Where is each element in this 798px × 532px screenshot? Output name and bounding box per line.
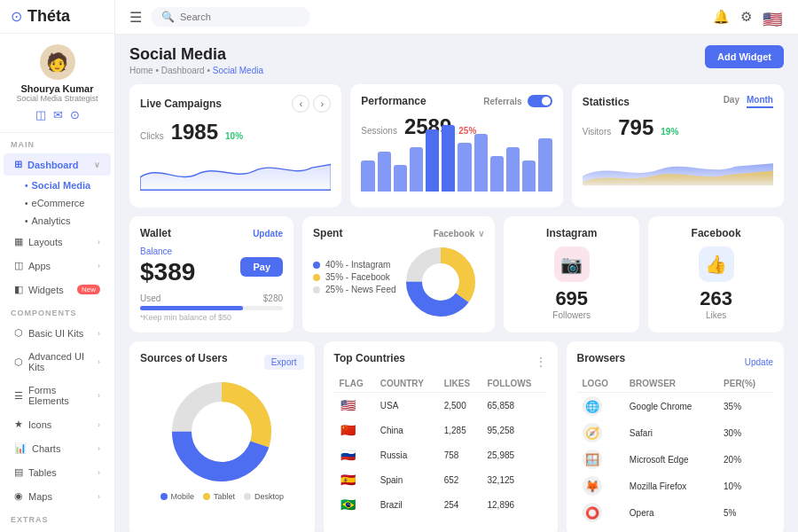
facebook-label: Likes	[659, 310, 773, 320]
tables-icon: ▤	[14, 466, 23, 478]
campaign-metric-label: Clicks	[140, 131, 164, 141]
pay-button[interactable]: Pay	[240, 257, 283, 277]
sidebar-item-maps[interactable]: ◉Maps ›	[4, 485, 111, 507]
flag-icon[interactable]: 🇺🇸	[763, 10, 784, 24]
performance-card: Performance Referrals Sessions 2589 25%	[350, 84, 562, 207]
page-title: Social Media	[129, 45, 263, 64]
flag-cell: 🇨🇳	[334, 418, 375, 442]
sidebar-item-tables[interactable]: ▤Tables ›	[4, 461, 111, 483]
browser-name-cell: Opera	[624, 499, 718, 526]
facebook-card: Facebook 👍 263 Likes	[648, 216, 784, 332]
next-button[interactable]: ›	[313, 95, 331, 113]
sidebar-item-basic-ui[interactable]: ⬡Basic UI Kits ›	[4, 322, 111, 344]
col-flag: FLAG	[334, 375, 375, 393]
statistics-card: Statistics Day Month Visitors 795 19%	[572, 84, 784, 207]
follows-cell: 12,896	[481, 492, 546, 517]
topbar: ☰ 🔍 🔔 ⚙ 🇺🇸	[115, 0, 798, 35]
sidebar-item-advanced-ui[interactable]: ⬡Advanced UI Kits ›	[4, 346, 111, 378]
sidebar-item-charts[interactable]: 📊Charts ›	[4, 437, 111, 459]
statistics-title: Statistics Day Month	[583, 95, 773, 108]
breadcrumb-dashboard[interactable]: Dashboard	[161, 66, 205, 75]
instagram-label: Followers	[514, 310, 629, 320]
card-nav: ‹ ›	[292, 95, 331, 113]
live-campaigns-title: Live Campaigns ‹ ›	[140, 95, 331, 113]
search-input[interactable]	[180, 12, 286, 22]
wallet-update[interactable]: Update	[253, 229, 283, 239]
browser-pct-cell: 10%	[718, 473, 773, 499]
tab-month[interactable]: Month	[747, 95, 773, 108]
settings-icon[interactable]: ⚙	[740, 9, 752, 25]
performance-title: Performance Referrals	[361, 95, 552, 107]
likes-cell: 254	[439, 492, 482, 517]
bell-icon[interactable]: 🔔	[713, 9, 730, 25]
sidebar-item-social-media[interactable]: Social Media	[0, 176, 114, 194]
sidebar-section-components: COMPONENTS	[0, 301, 114, 321]
sources-title: Sources of Users	[140, 352, 228, 364]
row-2: Wallet Update Balance $389 Pay Used $280	[129, 216, 784, 332]
sidebar: ⊙ Théta 🧑 Shourya Kumar Social Media Str…	[0, 0, 115, 532]
dropdown-icon[interactable]: ∨	[478, 229, 484, 239]
referrals-toggle[interactable]	[528, 95, 552, 107]
tab-day[interactable]: Day	[724, 95, 739, 108]
bar-9	[506, 147, 520, 192]
sources-donut	[168, 379, 275, 485]
sidebar-item-ecommerce[interactable]: eCommerce	[0, 194, 114, 212]
visitors-label: Visitors	[583, 127, 612, 137]
browser-name-cell: Safari	[624, 419, 718, 446]
browser-name-cell: Mozilla Firefox	[624, 473, 718, 499]
chevron-icon: ›	[98, 420, 100, 429]
countries-table: FLAG COUNTRY LIKES FOLLOWS 🇺🇸 USA 2,500 …	[334, 375, 547, 517]
chevron-icon: ›	[98, 391, 100, 400]
bar-1	[378, 152, 391, 192]
sidebar-item-apps[interactable]: ◫Apps ›	[4, 254, 111, 277]
user-icon-2[interactable]: ✉	[53, 108, 63, 121]
table-row: 🇷🇺 Russia 758 25,985	[334, 442, 547, 467]
user-icon-3[interactable]: ⊙	[70, 108, 80, 121]
sidebar-header: ⊙ Théta	[0, 0, 114, 34]
page-header: Social Media Home • Dashboard • Social M…	[129, 45, 784, 75]
topbar-right: 🔔 ⚙ 🇺🇸	[713, 9, 784, 25]
browsers-update[interactable]: Update	[745, 357, 773, 367]
prev-button[interactable]: ‹	[292, 95, 309, 113]
table-row: 🇺🇸 USA 2,500 65,858	[334, 393, 547, 419]
min-balance-note: *Keep min balance of $50	[140, 313, 283, 322]
sidebar-item-dashboard[interactable]: ⊞Dashboard ∨	[4, 153, 111, 176]
charts-icon: 📊	[14, 442, 27, 454]
sidebar-item-ecommerce-extra[interactable]: 🛒eCommerce ›	[4, 528, 111, 532]
country-cell: Brazil	[375, 492, 439, 517]
browser-name-cell: Microsoft Edge	[624, 446, 718, 473]
sidebar-item-analytics[interactable]: Analytics	[0, 212, 114, 230]
browser-pct-cell: 35%	[718, 393, 773, 420]
user-icon-1[interactable]: ◫	[35, 108, 46, 121]
country-cell: Russia	[375, 442, 439, 467]
widgets-icon: ◧	[14, 284, 23, 295]
sidebar-item-forms[interactable]: ☰Forms Elements ›	[4, 379, 111, 411]
sidebar-section-extras: EXTRAS	[0, 508, 114, 528]
more-options-icon[interactable]: ⋮	[535, 355, 547, 369]
flag-cell: 🇪🇸	[334, 467, 375, 492]
export-button[interactable]: Export	[264, 355, 304, 370]
user-name: Shourya Kumar	[21, 83, 94, 94]
browser-pct-cell: 20%	[718, 446, 773, 473]
used-progress-fill	[140, 306, 243, 310]
wallet-title: Wallet Update	[140, 227, 283, 239]
sidebar-item-icons[interactable]: ★Icons ›	[4, 413, 111, 435]
breadcrumb: Home • Dashboard • Social Media	[129, 66, 263, 75]
balance-value: $389	[140, 258, 195, 286]
chevron-icon: ›	[98, 329, 100, 338]
hamburger-icon[interactable]: ☰	[129, 9, 142, 26]
legend-tablet: Tablet	[203, 492, 235, 501]
browsers-header: Browsers Update	[577, 352, 773, 372]
flag-cell: 🇺🇸	[334, 393, 375, 419]
table-row: 🇪🇸 Spain 652 32,125	[334, 467, 547, 492]
breadcrumb-home[interactable]: Home	[129, 66, 153, 75]
flag-cell: 🇧🇷	[334, 492, 375, 517]
sidebar-item-layouts[interactable]: ▦Layouts ›	[4, 231, 111, 253]
balance-label: Balance	[140, 246, 195, 256]
add-widget-button[interactable]: Add Widget	[705, 45, 784, 68]
chevron-icon: ›	[98, 357, 100, 366]
campaign-metric-value: 1985	[171, 120, 218, 145]
browser-name-cell: Google Chrome	[624, 393, 718, 420]
sidebar-item-widgets[interactable]: ◧Widgets New	[4, 278, 111, 301]
list-item: 🌐 Google Chrome 35%	[577, 393, 773, 420]
